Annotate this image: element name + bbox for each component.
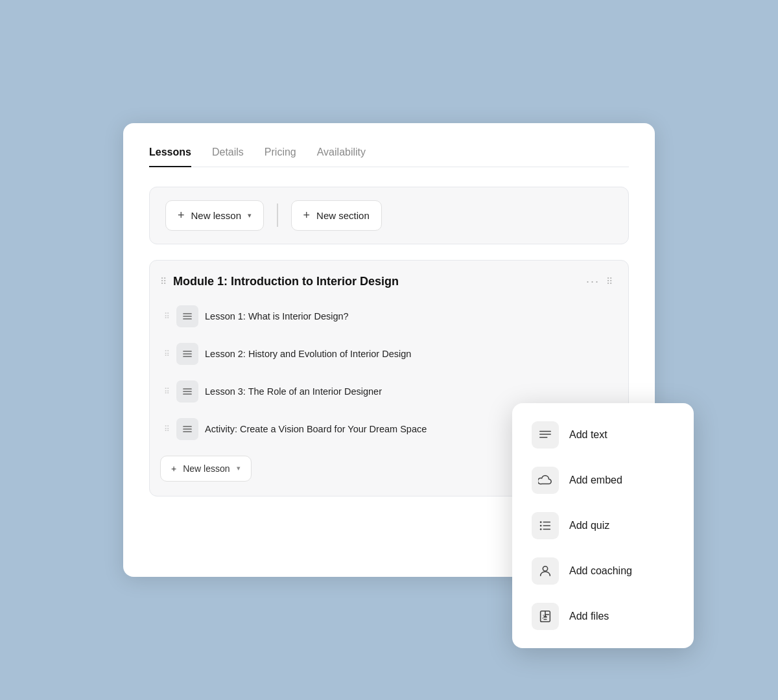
lesson-icon-box-4	[176, 418, 198, 440]
add-coaching-label: Add coaching	[569, 565, 632, 577]
lesson-drag-handle-4[interactable]: ⠿	[164, 425, 170, 434]
dropdown-add-quiz[interactable]: Add quiz	[525, 504, 681, 547]
lesson-label-3: Lesson 3: The Role of an Interior Design…	[205, 386, 382, 397]
module-new-lesson-label: New lesson	[183, 463, 230, 474]
new-lesson-button[interactable]: + New lesson ▾	[165, 200, 264, 231]
lesson-drag-handle-2[interactable]: ⠿	[164, 349, 170, 358]
coaching-icon	[538, 564, 552, 578]
add-text-label: Add text	[569, 429, 607, 441]
add-text-icon-box	[532, 421, 559, 449]
lesson-icon-box-1	[176, 305, 198, 327]
add-quiz-label: Add quiz	[569, 520, 609, 531]
add-files-icon-box	[532, 603, 559, 630]
action-divider	[277, 204, 278, 227]
lesson-label-2: Lesson 2: History and Evolution of Inter…	[205, 349, 411, 359]
add-quiz-icon-box	[532, 512, 559, 539]
lesson-icon-box-2	[176, 343, 198, 365]
tab-lessons[interactable]: Lessons	[149, 146, 191, 167]
new-section-button[interactable]: + New section	[291, 200, 382, 231]
dropdown-add-text[interactable]: Add text	[525, 414, 681, 456]
add-embed-icon-box	[532, 467, 559, 494]
table-row: ⠿ Lesson 2: History and Evolution of Int…	[160, 336, 613, 371]
tabs-bar: Lessons Details Pricing Availability	[149, 146, 629, 167]
top-action-bar: + New lesson ▾ + New section	[149, 187, 629, 244]
module-header-left: ⠿ Module 1: Introduction to Interior Des…	[160, 275, 399, 288]
svg-point-21	[543, 566, 547, 571]
lesson-icon-box-3	[176, 380, 198, 402]
module-title: Module 1: Introduction to Interior Desig…	[173, 275, 399, 288]
files-icon	[538, 609, 552, 624]
chevron-inner-icon: ▾	[237, 464, 241, 472]
new-section-label: New section	[316, 210, 370, 221]
add-files-label: Add files	[569, 611, 609, 622]
tab-pricing[interactable]: Pricing	[265, 146, 296, 167]
svg-point-19	[540, 525, 542, 527]
tab-details[interactable]: Details	[212, 146, 244, 167]
dropdown-add-files[interactable]: Add files	[525, 595, 681, 638]
dropdown-popup: Add text Add embed Add quiz	[512, 403, 694, 648]
lesson-drag-handle-3[interactable]: ⠿	[164, 387, 170, 396]
plus-icon: +	[178, 209, 185, 222]
add-coaching-icon-box	[532, 557, 559, 585]
lesson-label-4: Activity: Create a Vision Board for Your…	[205, 424, 427, 434]
dropdown-add-coaching[interactable]: Add coaching	[525, 550, 681, 592]
module-reorder-handle[interactable]: ⠿	[606, 276, 613, 286]
module-header: ⠿ Module 1: Introduction to Interior Des…	[160, 275, 613, 288]
new-lesson-label: New lesson	[191, 210, 242, 221]
module-drag-handle[interactable]: ⠿	[160, 276, 167, 286]
svg-point-18	[540, 521, 542, 523]
add-embed-label: Add embed	[569, 474, 622, 486]
plus-icon-2: +	[303, 209, 311, 222]
table-row: ⠿ Lesson 1: What is Interior Design?	[160, 299, 613, 334]
chevron-down-icon: ▾	[248, 211, 252, 220]
text-icon	[538, 428, 552, 442]
module-header-right: ··· ⠿	[586, 275, 613, 288]
lesson-drag-handle-1[interactable]: ⠿	[164, 312, 170, 321]
quiz-icon	[538, 519, 552, 533]
module-new-lesson-button[interactable]: + New lesson ▾	[160, 456, 252, 482]
cloud-icon	[538, 473, 552, 487]
lesson-label-1: Lesson 1: What is Interior Design?	[205, 311, 349, 321]
module-more-button[interactable]: ···	[586, 275, 600, 288]
plus-icon-inner: +	[171, 463, 176, 474]
dropdown-add-embed[interactable]: Add embed	[525, 459, 681, 502]
tab-availability[interactable]: Availability	[317, 146, 366, 167]
svg-point-20	[540, 528, 542, 530]
